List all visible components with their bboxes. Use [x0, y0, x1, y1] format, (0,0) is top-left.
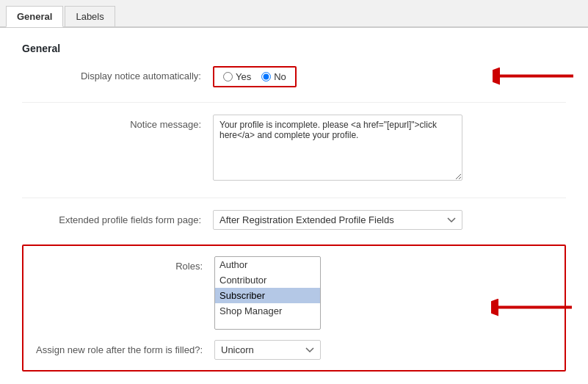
role-option-author[interactable]: Author	[215, 257, 320, 272]
radio-no-label: No	[274, 71, 286, 82]
assign-role-select[interactable]: Unicorn	[214, 340, 321, 360]
notice-message-row: Notice message: Your profile is incomple…	[22, 115, 566, 183]
divider-2	[22, 198, 566, 198]
extended-profile-label: Extended profile fields form page:	[22, 210, 213, 225]
roles-label: Roles:	[23, 256, 214, 272]
roles-field: Author Contributor Subscriber Shop Manag…	[214, 256, 553, 330]
role-option-contributor[interactable]: Contributor	[215, 272, 320, 288]
tab-labels[interactable]: Labels	[65, 6, 115, 26]
extended-profile-field: After Registration Extended Profile Fiel…	[213, 210, 566, 230]
assign-role-field: Unicorn	[214, 340, 553, 360]
main-content: General Display notice automatically: Ye…	[0, 27, 588, 384]
display-notice-field: Yes No	[213, 66, 566, 87]
role-option-shop-manager[interactable]: Shop Manager	[215, 303, 320, 319]
radio-yes-input[interactable]	[223, 72, 233, 81]
assign-role-row: Assign new role after the form is filled…	[23, 340, 553, 360]
radio-group-box: Yes No	[213, 66, 297, 87]
display-notice-label: Display notice automatically:	[22, 66, 213, 81]
display-notice-row: Display notice automatically: Yes No	[22, 66, 566, 87]
divider-1	[22, 102, 566, 103]
roles-listbox[interactable]: Author Contributor Subscriber Shop Manag…	[214, 256, 321, 330]
roles-row: Roles: Author Contributor Subscriber Sho…	[23, 256, 553, 330]
tab-general[interactable]: General	[6, 6, 63, 27]
radio-yes-label: Yes	[236, 71, 251, 82]
notice-message-textarea[interactable]: Your profile is incomplete. please <a hr…	[213, 115, 462, 181]
radio-no-input[interactable]	[261, 72, 271, 81]
assign-role-label: Assign new role after the form is filled…	[23, 340, 214, 355]
roles-section-box: Roles: Author Contributor Subscriber Sho…	[22, 244, 566, 372]
radio-yes-option[interactable]: Yes	[223, 71, 251, 82]
section-title: General	[22, 43, 566, 54]
extended-profile-select[interactable]: After Registration Extended Profile Fiel…	[213, 210, 462, 230]
role-option-subscriber[interactable]: Subscriber	[215, 288, 320, 303]
page-wrapper: General Labels General Display notice au…	[0, 0, 588, 384]
radio-no-option[interactable]: No	[261, 71, 286, 82]
notice-message-field: Your profile is incomplete. please <a hr…	[213, 115, 566, 183]
tabs-bar: General Labels	[0, 0, 588, 27]
extended-profile-row: Extended profile fields form page: After…	[22, 210, 566, 230]
notice-message-label: Notice message:	[22, 115, 213, 130]
